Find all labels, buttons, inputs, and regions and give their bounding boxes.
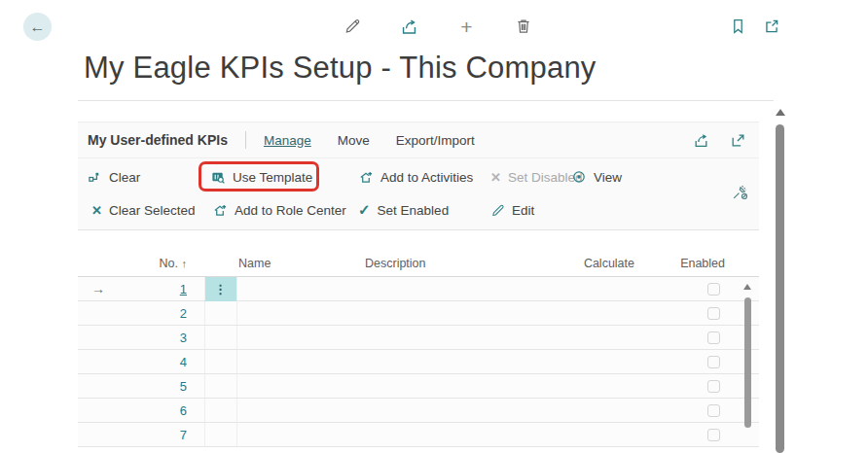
edit-button[interactable]: Edit bbox=[490, 199, 534, 221]
table-row[interactable]: → 3 ⋮ bbox=[78, 326, 759, 350]
selected-cell[interactable]: ⋮ bbox=[204, 277, 236, 301]
table-row[interactable]: → 4 ⋮ bbox=[78, 350, 759, 374]
page-action-icons: + bbox=[343, 17, 533, 36]
column-header-enabled[interactable]: Enabled bbox=[647, 257, 725, 270]
back-button[interactable]: ← bbox=[23, 13, 52, 41]
column-header-name[interactable]: Name bbox=[238, 257, 271, 270]
divider bbox=[78, 100, 774, 101]
table-row[interactable]: → 7 ⋮ bbox=[78, 423, 759, 447]
edit-pencil-icon bbox=[490, 203, 505, 218]
edit-pencil-icon[interactable] bbox=[343, 17, 362, 36]
x-icon: ✕ bbox=[91, 203, 102, 218]
column-header-no[interactable]: No. ↑ bbox=[78, 257, 187, 270]
row-number-link[interactable]: 5 bbox=[78, 379, 187, 394]
column-divider bbox=[236, 277, 237, 300]
scroll-up-arrow-icon[interactable] bbox=[743, 284, 751, 290]
column-divider bbox=[204, 374, 205, 398]
kpi-table: No. ↑ Name Description Calculate Enabled… bbox=[78, 251, 759, 447]
divider bbox=[245, 131, 246, 149]
column-divider bbox=[236, 374, 237, 398]
clear-selected-button[interactable]: ✕ Clear Selected bbox=[91, 199, 195, 221]
column-header-calculate[interactable]: Calculate bbox=[537, 257, 634, 270]
use-template-button[interactable]: Use Template bbox=[210, 166, 312, 188]
table-row[interactable]: → 5 ⋮ bbox=[78, 374, 759, 399]
add-to-activities-button[interactable]: Add to Activities bbox=[358, 166, 473, 188]
row-number-link[interactable]: 7 bbox=[78, 428, 187, 442]
table-scrollbar[interactable] bbox=[743, 251, 752, 453]
kpi-list-part: My User-defined KPIs Manage Move Export/… bbox=[78, 122, 759, 230]
enabled-checkbox[interactable] bbox=[707, 380, 720, 393]
table-row[interactable]: → 2 ⋮ bbox=[78, 301, 759, 326]
column-header-description[interactable]: Description bbox=[365, 257, 426, 270]
enabled-checkbox[interactable] bbox=[707, 429, 720, 441]
ellipsis-icon: ⋮ bbox=[214, 282, 227, 296]
table-row[interactable]: → 6 ⋮ bbox=[78, 399, 759, 423]
row-number-link[interactable]: 6 bbox=[78, 403, 187, 418]
x-icon: ✕ bbox=[490, 170, 501, 185]
open-in-new-window-icon[interactable] bbox=[762, 17, 781, 36]
page-utility-icons bbox=[728, 17, 781, 36]
scrollbar-thumb[interactable] bbox=[776, 124, 784, 453]
expand-icon[interactable] bbox=[728, 130, 747, 150]
back-arrow-icon: ← bbox=[30, 18, 46, 36]
menu-item-move[interactable]: Move bbox=[338, 133, 370, 148]
list-part-title: My User-defined KPIs bbox=[88, 132, 228, 148]
clear-icon bbox=[88, 170, 102, 185]
scroll-up-arrow-icon[interactable] bbox=[776, 109, 785, 116]
enabled-checkbox[interactable] bbox=[707, 404, 720, 417]
view-button[interactable]: View bbox=[571, 166, 622, 188]
column-divider bbox=[236, 326, 237, 349]
row-number-link[interactable]: 1 bbox=[78, 282, 187, 296]
template-icon bbox=[210, 170, 226, 185]
column-divider bbox=[204, 350, 205, 373]
column-divider bbox=[204, 301, 205, 325]
page-scrollbar[interactable] bbox=[775, 101, 785, 453]
bookmark-icon[interactable] bbox=[728, 17, 747, 36]
enabled-checkbox[interactable] bbox=[707, 307, 720, 320]
check-icon: ✓ bbox=[358, 201, 371, 219]
column-divider bbox=[204, 423, 205, 446]
column-divider bbox=[236, 423, 237, 446]
column-divider bbox=[204, 277, 205, 300]
column-divider bbox=[236, 301, 237, 325]
unpin-icon[interactable] bbox=[731, 183, 749, 201]
action-bar: Clear Use Template Add to Activities ✕ S… bbox=[78, 158, 759, 230]
table-body: → 1 ⋮ → 2 ⋮ → 3 ⋮ → 4 ⋮ → 5 bbox=[78, 277, 759, 447]
scrollbar-thumb[interactable] bbox=[744, 297, 751, 428]
table-row[interactable]: → 1 ⋮ bbox=[78, 277, 759, 301]
set-disabled-button: ✕ Set Disabled bbox=[490, 166, 582, 188]
menu-item-export-import[interactable]: Export/Import bbox=[396, 133, 475, 148]
eye-icon bbox=[571, 169, 587, 185]
add-to-role-center-button[interactable]: Add to Role Center bbox=[212, 199, 346, 221]
table-header: No. ↑ Name Description Calculate Enabled bbox=[78, 251, 759, 277]
column-divider bbox=[236, 350, 237, 373]
share-icon[interactable] bbox=[400, 17, 419, 36]
page-title: My Eagle KPIs Setup - This Company bbox=[84, 51, 597, 86]
enabled-checkbox[interactable] bbox=[707, 283, 720, 296]
list-part-header: My User-defined KPIs Manage Move Export/… bbox=[78, 122, 759, 158]
sort-ascending-icon: ↑ bbox=[182, 258, 188, 269]
delete-trash-icon[interactable] bbox=[514, 17, 533, 36]
new-plus-icon[interactable]: + bbox=[456, 17, 476, 36]
enabled-checkbox[interactable] bbox=[707, 356, 720, 368]
enabled-checkbox[interactable] bbox=[707, 331, 720, 344]
column-divider bbox=[204, 399, 205, 422]
row-number-link[interactable]: 2 bbox=[78, 306, 187, 321]
row-number-link[interactable]: 3 bbox=[78, 331, 187, 345]
home-add-icon bbox=[212, 203, 228, 218]
column-divider bbox=[204, 326, 205, 349]
row-number-link[interactable]: 4 bbox=[78, 355, 187, 369]
clear-button[interactable]: Clear bbox=[88, 166, 140, 188]
column-divider bbox=[236, 399, 237, 422]
home-add-icon bbox=[358, 170, 374, 185]
set-enabled-button[interactable]: ✓ Set Enabled bbox=[358, 199, 449, 221]
share-icon[interactable] bbox=[691, 130, 710, 150]
menu-item-manage[interactable]: Manage bbox=[264, 133, 311, 148]
